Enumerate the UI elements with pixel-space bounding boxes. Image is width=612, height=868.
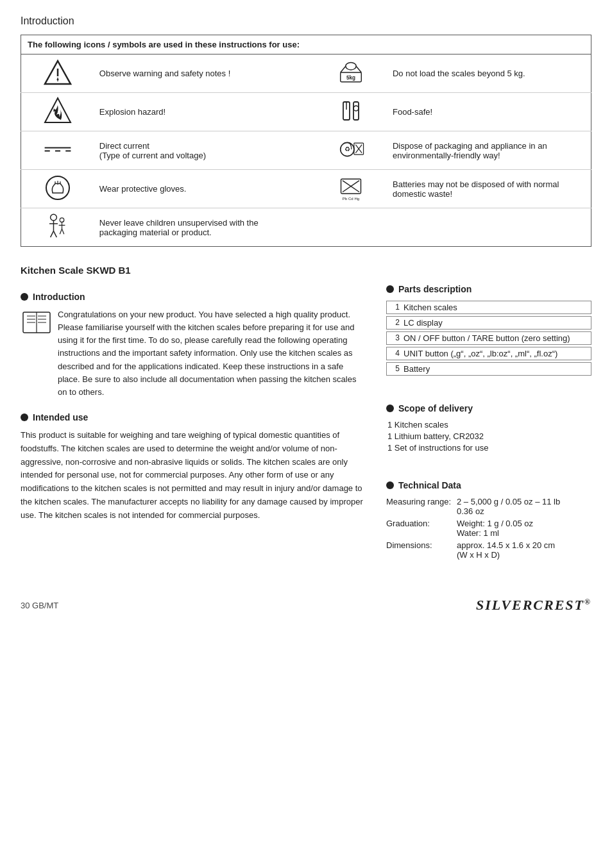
eco-dispose-desc: Dispose of packaging and appliance in an…	[387, 131, 591, 170]
main-content: Kitchen Scale SKWD B1 Introduction Congr…	[21, 265, 591, 572]
parts-list: 1 Kitchen scales 2 LC display 3 ON / OFF…	[386, 301, 591, 376]
list-item: 2 LC display	[386, 316, 591, 330]
tech-row: Dimensions: approx. 14.5 x 1.6 x 20 cm(W…	[386, 540, 591, 560]
warning-icon: !	[21, 54, 94, 93]
svg-point-13	[353, 106, 359, 111]
svg-line-5	[341, 66, 346, 72]
svg-point-36	[60, 218, 64, 222]
svg-text:!: !	[56, 76, 58, 83]
left-column: Kitchen Scale SKWD B1 Introduction Congr…	[21, 265, 366, 572]
svg-line-40	[62, 229, 64, 234]
bullet-icon	[386, 285, 394, 293]
technical-data: Measuring range: 2 – 5,000 g / 0.05 oz –…	[386, 497, 591, 560]
bullet-icon	[21, 413, 28, 421]
svg-text:♻: ♻	[344, 146, 350, 153]
direct-current-icon	[21, 131, 94, 170]
introduction-body: Congratulations on your new product. You…	[58, 308, 366, 399]
table-row: Explosion hazard! Food-safe!	[21, 93, 591, 131]
list-item: 1 Kitchen scales	[386, 301, 591, 314]
empty-icon	[314, 208, 387, 247]
5kg-icon: 5kg	[314, 54, 387, 93]
gloves-icon	[21, 170, 94, 208]
child-warning-icon	[21, 208, 94, 247]
icons-table-header: The following icons / symbols are used i…	[21, 35, 591, 54]
table-row: Never leave children unsupervised with t…	[21, 208, 591, 247]
parts-description-section-title: Parts description	[386, 284, 591, 294]
icons-table: The following icons / symbols are used i…	[21, 35, 591, 247]
table-row: Direct current(Type of current and volta…	[21, 131, 591, 170]
list-item: 1 Kitchen scales	[387, 420, 591, 430]
scope-list: 1 Kitchen scales 1 Lithium battery, CR20…	[386, 420, 591, 453]
intended-use-body: This product is suitable for weighing an…	[21, 429, 366, 522]
5kg-desc: Do not load the scales beyond 5 kg.	[387, 54, 591, 93]
list-item: 3 ON / OFF button / TARE button (zero se…	[386, 331, 591, 345]
direct-current-desc: Direct current(Type of current and volta…	[94, 131, 298, 170]
svg-line-39	[60, 229, 62, 234]
svg-point-31	[50, 214, 56, 221]
page-title: Introduction	[21, 15, 591, 27]
technical-data-section-title: Technical Data	[386, 480, 591, 490]
svg-line-34	[50, 231, 53, 237]
kitchen-scale-title: Kitchen Scale SKWD B1	[21, 265, 366, 276]
book-icon	[21, 308, 53, 337]
intended-use-section-title: Intended use	[21, 412, 366, 422]
eco-dispose-icon: ♻	[314, 131, 387, 170]
table-row: ! Observe warning and safety notes ! 5kg…	[21, 54, 591, 93]
tech-row: Measuring range: 2 – 5,000 g / 0.05 oz –…	[386, 497, 591, 516]
list-item: 5 Battery	[386, 362, 591, 376]
gloves-desc: Wear protective gloves.	[94, 170, 298, 208]
svg-line-6	[356, 66, 361, 72]
svg-point-4	[346, 63, 356, 70]
empty-desc	[387, 208, 591, 247]
battery-dispose-desc: Batteries may not be disposed of with no…	[387, 170, 591, 208]
explosion-desc: Explosion hazard!	[94, 93, 298, 131]
list-item: 1 Lithium battery, CR2032	[387, 431, 591, 441]
battery-dispose-icon: Pb Cd Hg	[314, 170, 387, 208]
child-warning-desc: Never leave children unsupervised with t…	[94, 208, 298, 247]
tech-row: Graduation: Weight: 1 g / 0.05 ozWater: …	[386, 519, 591, 538]
food-safe-icon	[314, 93, 387, 131]
scope-of-delivery-section-title: Scope of delivery	[386, 403, 591, 413]
explosion-icon	[21, 93, 94, 131]
footer: 30 GB/MT SILVERCREST®	[21, 592, 591, 613]
svg-text:Pb Cd Hg: Pb Cd Hg	[343, 196, 360, 201]
list-item: 1 Set of instructions for use	[387, 443, 591, 453]
svg-line-35	[53, 231, 56, 237]
bullet-icon	[21, 293, 28, 301]
bullet-icon	[386, 481, 394, 489]
brand-logo: SILVERCREST®	[476, 597, 591, 613]
introduction-section-title: Introduction	[21, 292, 366, 302]
right-column: Parts description 1 Kitchen scales 2 LC …	[386, 265, 591, 572]
bullet-icon	[386, 405, 394, 412]
page-number: 30 GB/MT	[21, 601, 58, 610]
svg-text:5kg: 5kg	[346, 75, 355, 81]
warning-desc: Observe warning and safety notes !	[94, 54, 298, 93]
table-row: Wear protective gloves. Pb Cd Hg Batteri…	[21, 170, 591, 208]
list-item: 4 UNIT button („g“, „oz“, „lb:oz“, „ml“,…	[386, 347, 591, 360]
svg-point-23	[46, 176, 69, 199]
food-safe-desc: Food-safe!	[387, 93, 591, 131]
